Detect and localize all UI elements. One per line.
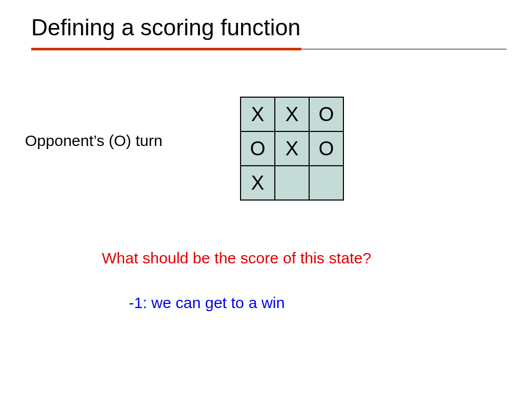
table-row: X X O: [241, 97, 343, 131]
board-cell: [275, 166, 309, 200]
board-cell: X: [241, 166, 275, 200]
board-cell: [309, 166, 343, 200]
tictactoe-board: X X O O X O X: [240, 97, 344, 201]
board-cell: X: [241, 97, 275, 131]
board-cell: O: [309, 97, 343, 131]
board-cell: O: [241, 131, 275, 166]
underline-black-segment: [301, 49, 507, 49]
underline-accent-segment: [31, 48, 301, 50]
answer-text: -1: we can get to a win: [129, 294, 285, 312]
turn-label: Opponent’s (O) turn: [25, 132, 163, 150]
board-cell: X: [275, 97, 309, 131]
table-row: O X O: [241, 131, 343, 166]
table-row: X: [241, 166, 343, 200]
board-cell: X: [275, 131, 309, 166]
title-underline: [31, 48, 507, 51]
board-cell: O: [309, 131, 343, 166]
slide-title: Defining a scoring function: [31, 15, 301, 41]
question-text: What should be the score of this state?: [102, 249, 371, 267]
